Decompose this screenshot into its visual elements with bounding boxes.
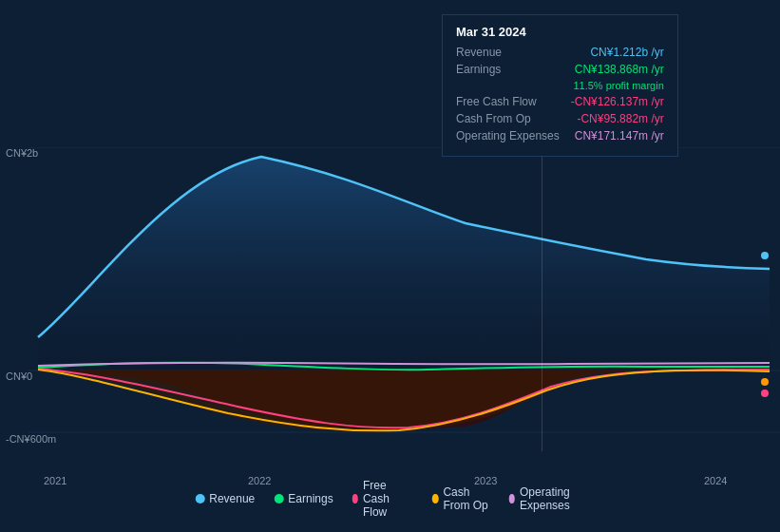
divider-line	[542, 147, 542, 451]
fcf-label: Free Cash Flow	[456, 95, 537, 108]
tooltip-row-earnings: Earnings CN¥138.868m /yr	[456, 63, 664, 76]
legend-label-earnings: Earnings	[288, 492, 333, 505]
legend-label-fcf: Free Cash Flow	[363, 479, 413, 519]
revenue-label: Revenue	[456, 46, 502, 59]
tooltip-row-opex: Operating Expenses CN¥171.147m /yr	[456, 129, 664, 142]
fcf-value: -CN¥126.137m /yr	[571, 95, 664, 108]
legend-dot-revenue	[195, 494, 204, 504]
revenue-value: CN¥1.212b /yr	[590, 46, 663, 59]
profit-margin-row: 11.5% profit margin	[456, 80, 664, 91]
chart-container: Mar 31 2024 Revenue CN¥1.212b /yr Earnin…	[0, 0, 780, 532]
tooltip: Mar 31 2024 Revenue CN¥1.212b /yr Earnin…	[442, 14, 678, 157]
legend-label-opex: Operating Expenses	[520, 485, 585, 512]
opex-label: Operating Expenses	[456, 129, 560, 142]
legend-item-revenue[interactable]: Revenue	[195, 492, 255, 505]
cursor-dot-cfo	[761, 378, 769, 386]
cfo-value: -CN¥95.882m /yr	[577, 112, 663, 125]
cfo-label: Cash From Op	[456, 112, 531, 125]
legend-dot-earnings	[274, 494, 283, 504]
x-axis-2024: 2024	[704, 475, 727, 486]
legend-item-earnings[interactable]: Earnings	[274, 492, 333, 505]
legend: Revenue Earnings Free Cash Flow Cash Fro…	[195, 479, 585, 519]
legend-dot-cfo	[432, 494, 438, 504]
legend-dot-opex	[509, 494, 515, 504]
tooltip-row-fcf: Free Cash Flow -CN¥126.137m /yr	[456, 95, 664, 108]
earnings-label: Earnings	[456, 63, 501, 76]
tooltip-row-cfo: Cash From Op -CN¥95.882m /yr	[456, 112, 664, 125]
chart-svg	[0, 147, 780, 451]
cursor-dot-fcf	[761, 390, 769, 397]
legend-label-revenue: Revenue	[209, 492, 255, 505]
legend-item-opex[interactable]: Operating Expenses	[509, 485, 585, 512]
legend-label-cfo: Cash From Op	[443, 485, 489, 512]
legend-item-cfo[interactable]: Cash From Op	[432, 485, 490, 512]
tooltip-date: Mar 31 2024	[456, 25, 664, 39]
tooltip-row-revenue: Revenue CN¥1.212b /yr	[456, 46, 664, 59]
profit-margin-value: 11.5% profit margin	[573, 80, 663, 91]
cursor-dot-revenue	[761, 252, 769, 259]
legend-item-fcf[interactable]: Free Cash Flow	[352, 479, 413, 519]
opex-value: CN¥171.147m /yr	[575, 129, 664, 142]
legend-dot-fcf	[352, 494, 358, 504]
x-axis-2021: 2021	[44, 475, 67, 486]
earnings-value: CN¥138.868m /yr	[575, 63, 664, 76]
